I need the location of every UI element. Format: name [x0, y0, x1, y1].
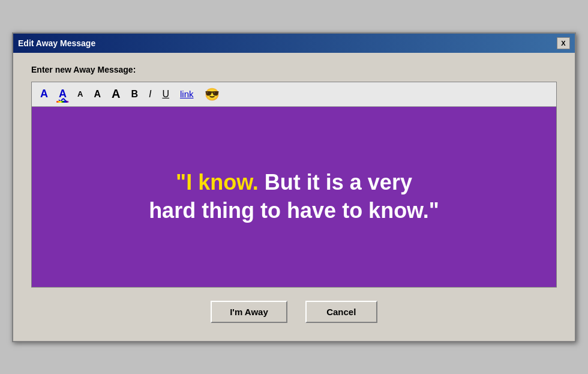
font-size-small-button[interactable]: A	[75, 88, 85, 100]
link-button[interactable]: link	[178, 88, 196, 100]
message-text: "I know. But it is a veryhard thing to h…	[149, 169, 439, 225]
font-color-underline-button[interactable]: A	[56, 86, 69, 101]
buttons-row: I'm Away Cancel	[31, 295, 557, 323]
close-button[interactable]: X	[557, 37, 570, 49]
font-color-button[interactable]: A	[38, 86, 50, 101]
message-highlight: "I know.	[176, 170, 259, 195]
edit-away-message-dialog: Edit Away Message X Enter new Away Messa…	[12, 32, 576, 342]
cancel-button[interactable]: Cancel	[305, 301, 377, 323]
toolbar: A A A A A B I U link 😎	[32, 82, 556, 107]
dialog-title: Edit Away Message	[18, 38, 95, 48]
prompt-label: Enter new Away Message:	[31, 65, 557, 74]
font-size-medium-button[interactable]: A	[91, 88, 103, 101]
title-bar: Edit Away Message X	[13, 34, 575, 53]
dialog-body: Enter new Away Message: A A A A A B I U …	[13, 53, 575, 341]
editor-area: A A A A A B I U link 😎 "I know. But it i…	[31, 82, 557, 288]
message-preview: "I know. But it is a veryhard thing to h…	[32, 107, 556, 287]
italic-button[interactable]: I	[146, 88, 154, 101]
font-size-large-button[interactable]: A	[109, 86, 122, 102]
away-button[interactable]: I'm Away	[211, 301, 287, 323]
underline-button[interactable]: U	[160, 88, 172, 101]
bold-button[interactable]: B	[128, 88, 140, 101]
emoji-button[interactable]: 😎	[202, 86, 222, 103]
